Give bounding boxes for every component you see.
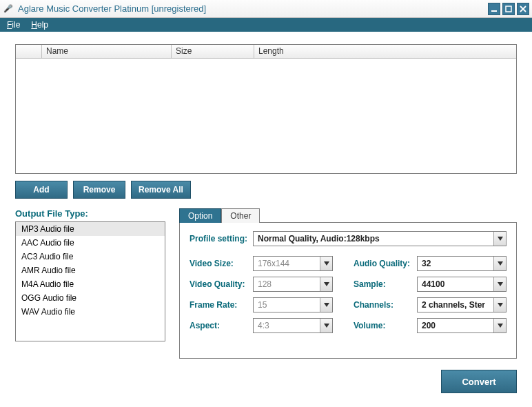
frame-rate-select[interactable]: 15 [253,297,333,312]
menu-help[interactable]: Help [25,19,54,31]
chevron-down-icon[interactable] [493,319,506,332]
frame-rate-label: Frame Rate: [190,300,253,310]
settings-section: Option Other Profile setting: Normal Qua… [179,208,517,359]
video-size-select[interactable]: 176x144 [253,256,333,271]
option-panel: Profile setting: Normal Quality, Audio:1… [179,222,517,359]
chevron-down-icon[interactable] [320,257,332,270]
chevron-down-icon[interactable] [493,298,506,312]
add-button[interactable]: Add [15,181,68,199]
table-col-name[interactable]: Name [42,45,172,58]
list-item[interactable]: MP3 Audio file [16,222,165,236]
window-title: Aglare Music Converter Platinum [unregis… [18,3,488,14]
tabs: Option Other [179,208,517,223]
window-buttons [488,3,529,15]
volume-label: Volume: [354,321,417,330]
remove-all-button[interactable]: Remove All [131,181,191,199]
profile-value: Normal Quality, Audio:128kbps [254,234,493,244]
toolbar: Add Remove Remove All [15,181,517,199]
profile-row: Profile setting: Normal Quality, Audio:1… [190,231,507,246]
titlebar: 🎤 Aglare Music Converter Platinum [unreg… [0,0,532,18]
sample-select[interactable]: 44100 [417,277,507,292]
menu-file[interactable]: File [1,19,25,31]
audio-quality-value: 32 [418,259,493,268]
output-type-section: Output File Type: MP3 Audio file AAC Aud… [15,208,165,359]
settings-grid: Video Size: 176x144 Video Quality: 128 [190,256,507,339]
svg-rect-0 [491,10,497,12]
video-size-value: 176x144 [254,259,320,268]
table-col-size[interactable]: Size [172,45,254,58]
content-area: Name Size Length Add Remove Remove All O… [0,32,532,400]
list-item[interactable]: M4A Audio file [16,277,165,291]
video-quality-label: Video Quality: [190,279,253,289]
tab-option[interactable]: Option [179,208,221,223]
tab-other[interactable]: Other [221,208,260,223]
list-item[interactable]: AAC Audio file [16,236,165,250]
profile-select[interactable]: Normal Quality, Audio:128kbps [253,231,507,246]
channels-value: 2 channels, Ster [418,300,493,310]
volume-select[interactable]: 200 [417,318,507,333]
aspect-select[interactable]: 4:3 [253,318,333,333]
aspect-label: Aspect: [190,321,253,330]
settings-left-col: Video Size: 176x144 Video Quality: 128 [190,256,333,339]
chevron-down-icon[interactable] [320,319,332,332]
video-quality-select[interactable]: 128 [253,277,333,292]
file-table: Name Size Length [15,44,517,174]
convert-row: Convert [15,370,517,393]
app-icon: 🎤 [3,3,14,14]
channels-select[interactable]: 2 channels, Ster [417,297,507,312]
remove-button[interactable]: Remove [73,181,125,199]
menubar: File Help [0,18,532,32]
lower-panel: Output File Type: MP3 Audio file AAC Aud… [15,208,517,359]
volume-value: 200 [418,321,493,330]
chevron-down-icon[interactable] [493,277,506,291]
frame-rate-value: 15 [254,300,320,310]
sample-label: Sample: [354,279,417,289]
chevron-down-icon[interactable] [320,277,332,291]
profile-label: Profile setting: [190,234,253,244]
minimize-button[interactable] [488,3,500,15]
close-button[interactable] [517,3,529,15]
table-header: Name Size Length [16,45,516,59]
list-item[interactable]: AC3 Audio file [16,250,165,264]
chevron-down-icon[interactable] [320,298,332,312]
output-type-label: Output File Type: [15,208,165,219]
audio-quality-label: Audio Quality: [354,259,417,268]
video-quality-value: 128 [254,279,320,289]
convert-button[interactable]: Convert [441,370,517,393]
table-col-index[interactable] [16,45,42,58]
aspect-value: 4:3 [254,321,320,330]
maximize-button[interactable] [502,3,515,15]
output-type-list[interactable]: MP3 Audio file AAC Audio file AC3 Audio … [15,221,165,341]
chevron-down-icon[interactable] [493,257,506,270]
video-size-label: Video Size: [190,259,253,268]
list-item[interactable]: WAV Audio file [16,305,165,319]
channels-label: Channels: [354,300,417,310]
audio-quality-select[interactable]: 32 [417,256,507,271]
svg-rect-1 [506,6,511,12]
list-item[interactable]: AMR Audio file [16,264,165,277]
list-item[interactable]: OGG Audio file [16,291,165,305]
sample-value: 44100 [418,279,493,289]
table-col-length[interactable]: Length [254,45,516,58]
chevron-down-icon[interactable] [493,232,506,246]
settings-right-col: Audio Quality: 32 Sample: 44100 [354,256,507,339]
